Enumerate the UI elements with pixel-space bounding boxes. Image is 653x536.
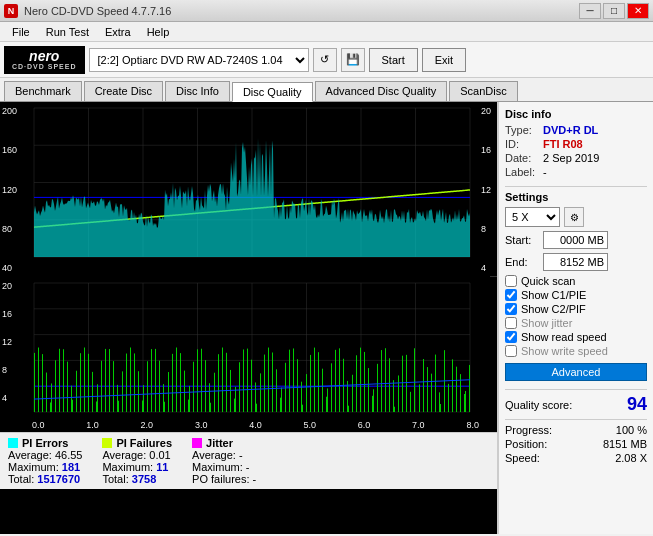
start-label: Start: bbox=[505, 234, 543, 246]
show-c1-pie-checkbox[interactable] bbox=[505, 289, 517, 301]
chart-top: 200 160 120 80 40 20 16 12 8 4 bbox=[0, 102, 497, 277]
menu-run-test[interactable]: Run Test bbox=[38, 24, 97, 40]
quick-scan-row: Quick scan bbox=[505, 275, 647, 287]
show-jitter-label: Show jitter bbox=[521, 317, 572, 329]
legend-jitter: Jitter Average: - Maximum: - PO failures… bbox=[192, 437, 256, 485]
show-write-speed-checkbox[interactable] bbox=[505, 345, 517, 357]
legend-pi-failures: PI Failures Average: 0.01 Maximum: 11 To… bbox=[102, 437, 172, 485]
disc-label-row: Label: - bbox=[505, 166, 647, 178]
quality-score-value: 94 bbox=[627, 394, 647, 415]
settings-icon[interactable]: ⚙ bbox=[564, 207, 584, 227]
maximize-button[interactable]: □ bbox=[603, 3, 625, 19]
jitter-po: - bbox=[253, 473, 257, 485]
pi-errors-avg-label: Average: bbox=[8, 449, 52, 461]
show-jitter-row: Show jitter bbox=[505, 317, 647, 329]
position-row: Position: 8151 MB bbox=[505, 438, 647, 450]
chart-bottom: 20 16 12 8 4 0.0 1.0 2.0 3.0 4.0 5.0 6.0… bbox=[0, 277, 497, 432]
jitter-po-label: PO failures: bbox=[192, 473, 249, 485]
advanced-button[interactable]: Advanced bbox=[505, 363, 647, 381]
pi-errors-max: 181 bbox=[62, 461, 80, 473]
titlebar-controls: ─ □ ✕ bbox=[579, 3, 649, 19]
save-icon[interactable]: 💾 bbox=[341, 48, 365, 72]
settings-section: Settings 5 X ⚙ Start: End: Quick scan bbox=[505, 191, 647, 381]
y-label-80: 80 bbox=[2, 224, 30, 234]
jitter-max: - bbox=[246, 461, 250, 473]
exit-button[interactable]: Exit bbox=[422, 48, 466, 72]
y-label-40: 40 bbox=[2, 263, 30, 273]
legend: PI Errors Average: 46.55 Maximum: 181 To… bbox=[0, 432, 497, 489]
y-label-120: 120 bbox=[2, 185, 30, 195]
position-label: Position: bbox=[505, 438, 547, 450]
disc-date-row: Date: 2 Sep 2019 bbox=[505, 152, 647, 164]
disc-info-section: Disc info Type: DVD+R DL ID: FTI R08 Dat… bbox=[505, 108, 647, 178]
y-bottom-12: 12 bbox=[2, 337, 30, 347]
y2-label-4: 4 bbox=[481, 263, 495, 273]
show-read-speed-checkbox[interactable] bbox=[505, 331, 517, 343]
titlebar: N Nero CD-DVD Speed 4.7.7.16 ─ □ ✕ bbox=[0, 0, 653, 22]
x-label-5: 5.0 bbox=[303, 420, 316, 430]
disc-type-row: Type: DVD+R DL bbox=[505, 124, 647, 136]
pi-errors-label: PI Errors bbox=[22, 437, 68, 449]
show-write-speed-row: Show write speed bbox=[505, 345, 647, 357]
tab-advanced-disc-quality[interactable]: Advanced Disc Quality bbox=[315, 81, 448, 101]
tab-create-disc[interactable]: Create Disc bbox=[84, 81, 163, 101]
tab-scan-disc[interactable]: ScanDisc bbox=[449, 81, 517, 101]
disc-date-value: 2 Sep 2019 bbox=[543, 152, 599, 164]
show-read-speed-label: Show read speed bbox=[521, 331, 607, 343]
show-c2-pif-checkbox[interactable] bbox=[505, 303, 517, 315]
speed-value: 2.08 X bbox=[615, 452, 647, 464]
y-bottom-16: 16 bbox=[2, 309, 30, 319]
jitter-max-label: Maximum: bbox=[192, 461, 243, 473]
menu-file[interactable]: File bbox=[4, 24, 38, 40]
divider-3 bbox=[505, 419, 647, 420]
y2-label-20: 20 bbox=[481, 106, 495, 116]
quality-score-label: Quality score: bbox=[505, 399, 572, 411]
y-bottom-20: 20 bbox=[2, 281, 30, 291]
pi-failures-max: 11 bbox=[156, 461, 168, 473]
y-label-160: 160 bbox=[2, 145, 30, 155]
pi-failures-label: PI Failures bbox=[116, 437, 172, 449]
disc-info-title: Disc info bbox=[505, 108, 647, 120]
pi-failures-total: 3758 bbox=[132, 473, 156, 485]
speed-row: 5 X ⚙ bbox=[505, 207, 647, 227]
drive-select[interactable]: [2:2] Optiarc DVD RW AD-7240S 1.04 bbox=[89, 48, 309, 72]
tab-disc-quality[interactable]: Disc Quality bbox=[232, 82, 313, 102]
pi-failures-avg-label: Average: bbox=[102, 449, 146, 461]
logo-sub: CD·DVD SPEED bbox=[12, 63, 77, 70]
y-bottom-4: 4 bbox=[2, 393, 30, 403]
pi-errors-max-label: Maximum: bbox=[8, 461, 59, 473]
y2-label-12: 12 bbox=[481, 185, 495, 195]
settings-title: Settings bbox=[505, 191, 647, 203]
y2-label-8: 8 bbox=[481, 224, 495, 234]
x-label-8: 8.0 bbox=[466, 420, 479, 430]
jitter-color bbox=[192, 438, 202, 448]
menu-help[interactable]: Help bbox=[139, 24, 178, 40]
pi-errors-avg: 46.55 bbox=[55, 449, 83, 461]
show-c1-pie-label: Show C1/PIE bbox=[521, 289, 586, 301]
start-button[interactable]: Start bbox=[369, 48, 418, 72]
tab-disc-info[interactable]: Disc Info bbox=[165, 81, 230, 101]
disc-id-row: ID: FTI R08 bbox=[505, 138, 647, 150]
x-label-4: 4.0 bbox=[249, 420, 262, 430]
legend-pi-errors: PI Errors Average: 46.55 Maximum: 181 To… bbox=[8, 437, 82, 485]
start-input[interactable] bbox=[543, 231, 608, 249]
pi-failures-max-label: Maximum: bbox=[102, 461, 153, 473]
divider-1 bbox=[505, 186, 647, 187]
quick-scan-checkbox[interactable] bbox=[505, 275, 517, 287]
speed-select[interactable]: 5 X bbox=[505, 207, 560, 227]
pi-failures-avg: 0.01 bbox=[149, 449, 170, 461]
minimize-button[interactable]: ─ bbox=[579, 3, 601, 19]
disc-label-label: Label: bbox=[505, 166, 543, 178]
tab-benchmark[interactable]: Benchmark bbox=[4, 81, 82, 101]
refresh-icon[interactable]: ↺ bbox=[313, 48, 337, 72]
pi-failures-color bbox=[102, 438, 112, 448]
menu-extra[interactable]: Extra bbox=[97, 24, 139, 40]
show-jitter-checkbox[interactable] bbox=[505, 317, 517, 329]
right-panel: Disc info Type: DVD+R DL ID: FTI R08 Dat… bbox=[498, 102, 653, 534]
close-button[interactable]: ✕ bbox=[627, 3, 649, 19]
chart-area: 200 160 120 80 40 20 16 12 8 4 20 16 12 bbox=[0, 102, 498, 534]
end-input[interactable] bbox=[543, 253, 608, 271]
x-label-6: 6.0 bbox=[358, 420, 371, 430]
disc-type-value: DVD+R DL bbox=[543, 124, 598, 136]
speed-row-quality: Speed: 2.08 X bbox=[505, 452, 647, 464]
